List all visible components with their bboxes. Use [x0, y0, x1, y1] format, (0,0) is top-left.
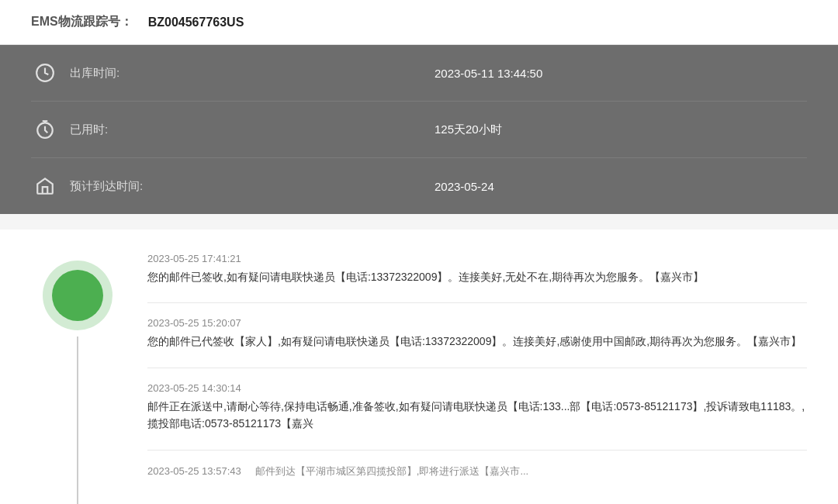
content-area: 2023-05-25 17:41:21 您的邮件已签收,如有疑问请电联快递员【电… [0, 230, 838, 504]
info-row-eta: 预计到达时间: 2023-05-24 [31, 158, 807, 214]
event-item: 2023-05-25 15:20:07 您的邮件已代签收【家人】,如有疑问请电联… [147, 317, 807, 350]
elapsed-label: 已用时: [70, 123, 171, 137]
eta-value: 2023-05-24 [171, 180, 807, 193]
home-icon [31, 172, 59, 200]
status-circle-outer [43, 261, 113, 330]
tracking-number: BZ004567763US [148, 16, 244, 29]
tracking-label: EMS物流跟踪号： [31, 14, 133, 30]
info-panel: 出库时间: 2023-05-11 13:44:50 已用时: 125天20小时 … [0, 45, 838, 214]
info-row-elapsed: 已用时: 125天20小时 [31, 102, 807, 158]
elapsed-value: 125天20小时 [171, 123, 807, 137]
event-inline-desc: 邮件到达【平湖市城区第四揽投部】,即将进行派送【嘉兴市... [255, 465, 528, 477]
clock-icon [31, 59, 59, 87]
event-desc: 邮件正在派送中,请耐心等待,保持电话畅通,准备签收,如有疑问请电联快递员【电话:… [147, 398, 807, 433]
departure-label: 出库时间: [70, 66, 171, 81]
divider [147, 302, 807, 303]
divider [147, 450, 807, 450]
eta-label: 预计到达时间: [70, 179, 171, 194]
top-bar: EMS物流跟踪号： BZ004567763US [0, 0, 838, 45]
timer-icon [31, 116, 59, 143]
event-time: 2023-05-25 14:30:14 [147, 382, 807, 394]
divider [147, 368, 807, 368]
departure-value: 2023-05-11 13:44:50 [171, 67, 807, 80]
event-time: 2023-05-25 17:41:21 [147, 253, 807, 264]
info-row-departure: 出库时间: 2023-05-11 13:44:50 [31, 45, 807, 102]
event-desc: 您的邮件已代签收【家人】,如有疑问请电联快递员【电话:13372322009】。… [147, 333, 807, 350]
event-time: 2023-05-25 15:20:07 [147, 317, 807, 329]
event-desc: 您的邮件已签收,如有疑问请电联快递员【电话:13372322009】。连接美好,… [147, 268, 807, 285]
event-item: 2023-05-25 17:41:21 您的邮件已签收,如有疑问请电联快递员【电… [147, 253, 807, 285]
timeline-line [77, 337, 78, 504]
event-item: 2023-05-25 13:57:43 邮件到达【平湖市城区第四揽投部】,即将进… [147, 464, 807, 478]
event-time: 2023-05-25 13:57:43 邮件到达【平湖市城区第四揽投部】,即将进… [147, 464, 807, 478]
event-item: 2023-05-25 14:30:14 邮件正在派送中,请耐心等待,保持电话畅通… [147, 382, 807, 433]
status-circle-inner [52, 270, 103, 321]
timeline [31, 253, 124, 504]
events-list: 2023-05-25 17:41:21 您的邮件已签收,如有疑问请电联快递员【电… [147, 253, 807, 504]
